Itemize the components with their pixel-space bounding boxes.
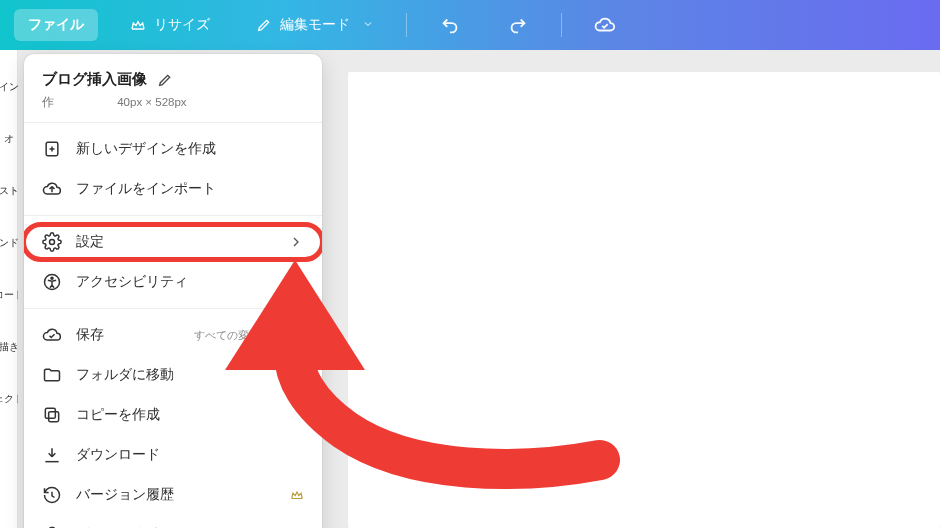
meta-prefix: 作 xyxy=(42,96,54,108)
resize-label: リサイズ xyxy=(154,16,210,34)
menu-make-copy[interactable]: コピーを作成 xyxy=(24,395,322,435)
menu-settings[interactable]: 設定 xyxy=(24,222,322,262)
copy-icon xyxy=(42,405,62,425)
edit-title-icon[interactable] xyxy=(157,72,173,88)
sidebar-stub[interactable]: スト xyxy=(0,184,19,198)
crown-icon xyxy=(130,17,146,33)
sidebar-stub[interactable]: ンド xyxy=(0,236,19,250)
menu-label: 新しいデザインを作成 xyxy=(76,140,304,158)
design-meta: 作 40px × 528px xyxy=(42,95,304,110)
edit-mode-label: 編集モード xyxy=(280,16,350,34)
sidebar-stub[interactable]: オ xyxy=(4,132,14,146)
menu-move-to-trash[interactable]: ゴミ箱へ移動 xyxy=(24,515,322,528)
menu-label: 設定 xyxy=(76,233,274,251)
edit-mode-button[interactable]: 編集モード xyxy=(242,9,388,41)
download-icon xyxy=(42,445,62,465)
top-toolbar: ファイル リサイズ 編集モード xyxy=(0,0,940,50)
undo-button[interactable] xyxy=(425,7,475,43)
file-menu-panel: ブログ挿入画像 作 40px × 528px 新しいデザインを作成 ファイルをイ… xyxy=(24,54,322,528)
crown-badge-icon xyxy=(290,488,304,502)
accessibility-icon xyxy=(42,272,62,292)
sidebar-stub[interactable]: イン xyxy=(0,80,19,94)
menu-label: バージョン履歴 xyxy=(76,486,276,504)
folder-icon xyxy=(42,365,62,385)
menu-label: アクセシビリティ xyxy=(76,273,274,291)
menu-label: フォルダに移動 xyxy=(76,366,304,384)
svg-point-1 xyxy=(50,240,55,245)
menu-new-design[interactable]: 新しいデザインを作成 xyxy=(24,129,322,169)
chevron-down-icon xyxy=(362,17,374,33)
menu-move-to-folder[interactable]: フォルダに移動 xyxy=(24,355,322,395)
undo-icon xyxy=(439,14,461,36)
toolbar-separator xyxy=(561,13,562,37)
save-status: すべての変更は保存さ xyxy=(194,328,304,343)
pencil-icon xyxy=(256,17,272,33)
chevron-right-icon xyxy=(288,234,304,250)
cloud-check-icon xyxy=(594,14,616,36)
chevron-right-icon xyxy=(288,274,304,290)
left-sidebar: イン オ スト ンド コート 描き ェクト xyxy=(0,50,18,528)
resize-button[interactable]: リサイズ xyxy=(116,9,224,41)
menu-version-history[interactable]: バージョン履歴 xyxy=(24,475,322,515)
redo-icon xyxy=(507,14,529,36)
menu-accessibility[interactable]: アクセシビリティ xyxy=(24,262,322,302)
menu-label: ファイルをインポート xyxy=(76,180,304,198)
design-dimensions: 40px × 528px xyxy=(117,96,186,108)
menu-label: 保存 xyxy=(76,326,180,344)
plus-page-icon xyxy=(42,139,62,159)
design-title: ブログ挿入画像 xyxy=(42,70,147,89)
svg-rect-4 xyxy=(49,412,59,422)
menu-label: ダウンロード xyxy=(76,446,304,464)
history-icon xyxy=(42,485,62,505)
sidebar-stub[interactable]: 描き xyxy=(0,340,19,354)
file-menu-button[interactable]: ファイル xyxy=(14,9,98,41)
gear-icon xyxy=(42,232,62,252)
cloud-sync-button[interactable] xyxy=(580,7,630,43)
design-canvas[interactable] xyxy=(348,72,940,528)
svg-point-3 xyxy=(51,277,53,279)
svg-rect-5 xyxy=(45,408,55,418)
menu-label: コピーを作成 xyxy=(76,406,304,424)
menu-import-file[interactable]: ファイルをインポート xyxy=(24,169,322,209)
panel-header: ブログ挿入画像 作 40px × 528px xyxy=(24,54,322,122)
toolbar-separator xyxy=(406,13,407,37)
cloud-check-icon xyxy=(42,325,62,345)
menu-download[interactable]: ダウンロード xyxy=(24,435,322,475)
redo-button[interactable] xyxy=(493,7,543,43)
file-label: ファイル xyxy=(28,16,84,34)
menu-save[interactable]: 保存 すべての変更は保存さ xyxy=(24,315,322,355)
cloud-upload-icon xyxy=(42,179,62,199)
